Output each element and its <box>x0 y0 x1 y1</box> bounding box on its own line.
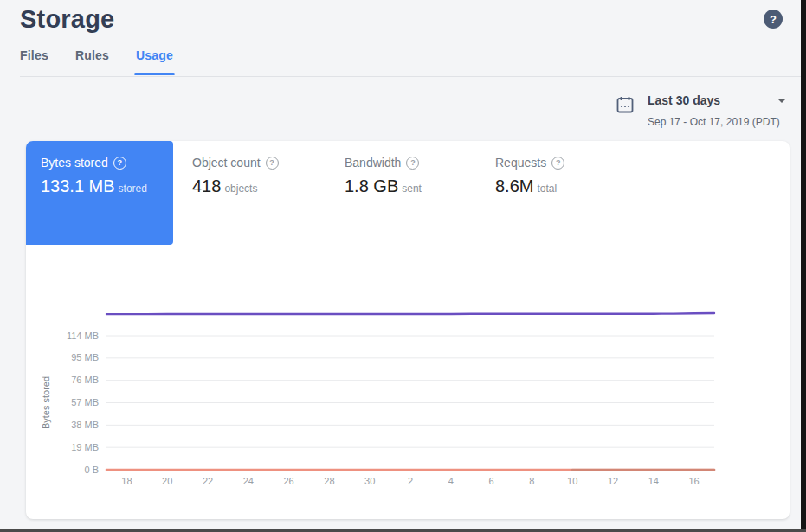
tab-rules[interactable]: Rules <box>75 48 109 75</box>
svg-text:38 MB: 38 MB <box>71 420 99 430</box>
svg-text:28: 28 <box>324 476 334 486</box>
tab-divider <box>20 76 801 77</box>
svg-text:0 B: 0 B <box>84 465 99 475</box>
date-range-detail: Sep 17 - Oct 17, 2019 (PDT) <box>648 112 788 128</box>
usage-card: Bytes stored ? 133.1 MBstored Object cou… <box>26 141 790 519</box>
window-edge-right <box>801 0 806 532</box>
calendar-icon <box>616 96 634 113</box>
svg-text:26: 26 <box>283 476 293 486</box>
svg-text:57 MB: 57 MB <box>71 397 99 407</box>
bytes-stored-line-chart: 0 B19 MB38 MB57 MB76 MB95 MB114 MB182022… <box>26 141 790 519</box>
svg-text:8: 8 <box>529 476 534 486</box>
svg-text:6: 6 <box>489 476 494 486</box>
page-title: Storage <box>20 5 114 34</box>
svg-text:95 MB: 95 MB <box>71 352 99 362</box>
date-range-label: Last 30 days <box>648 93 720 107</box>
svg-text:22: 22 <box>203 476 213 486</box>
svg-text:14: 14 <box>648 476 659 486</box>
chevron-down-icon <box>777 99 786 103</box>
tab-bar: Files Rules Usage <box>20 48 173 75</box>
svg-text:19 MB: 19 MB <box>71 442 99 452</box>
svg-text:16: 16 <box>688 476 699 486</box>
svg-text:4: 4 <box>448 476 454 486</box>
svg-text:Bytes stored: Bytes stored <box>41 376 51 429</box>
tab-usage[interactable]: Usage <box>136 48 173 75</box>
help-button[interactable]: ? <box>764 10 783 29</box>
svg-text:20: 20 <box>162 476 172 486</box>
svg-text:12: 12 <box>608 476 618 486</box>
svg-text:2: 2 <box>408 476 413 486</box>
svg-text:10: 10 <box>567 476 577 486</box>
svg-text:24: 24 <box>243 476 254 486</box>
svg-text:30: 30 <box>364 476 375 486</box>
svg-text:76 MB: 76 MB <box>71 375 99 385</box>
date-range-selector[interactable]: Last 30 days Sep 17 - Oct 17, 2019 (PDT) <box>616 93 788 128</box>
svg-text:114 MB: 114 MB <box>67 330 99 341</box>
svg-text:18: 18 <box>121 476 132 486</box>
tab-files[interactable]: Files <box>20 48 48 75</box>
help-icon: ? <box>770 13 777 26</box>
